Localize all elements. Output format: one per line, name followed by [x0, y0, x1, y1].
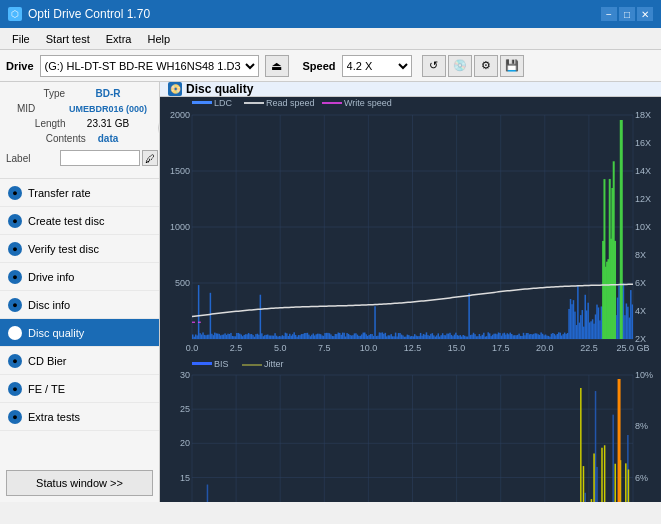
disc-quality-icon: ● [8, 326, 22, 340]
sidebar-item-verify-test-disc[interactable]: ● Verify test disc [0, 235, 159, 263]
disc-type-row: Type BD-R [44, 88, 121, 99]
app-title: Opti Drive Control 1.70 [28, 7, 150, 21]
disc-label-input[interactable] [60, 150, 140, 166]
settings-button[interactable]: ⚙ [474, 55, 498, 77]
disc-header: Type BD-R MID UMEBDR016 (000) Length 23.… [6, 88, 153, 168]
menu-help[interactable]: Help [139, 31, 178, 47]
disc-label-label: Label [6, 153, 58, 164]
disc-type-value: BD-R [96, 88, 121, 99]
title-bar-left: ⬡ Opti Drive Control 1.70 [8, 7, 150, 21]
menu-bar: File Start test Extra Help [0, 28, 661, 50]
disc-mid-row: MID UMEBDR016 (000) [17, 103, 147, 114]
nav-items: ● Transfer rate ● Create test disc ● Ver… [0, 179, 159, 464]
sidebar-item-extra-tests[interactable]: ● Extra tests [0, 403, 159, 431]
transfer-rate-label: Transfer rate [28, 187, 91, 199]
disc-mid-label: MID [17, 103, 69, 114]
cd-bier-label: CD Bier [28, 355, 67, 367]
sidebar-item-disc-info[interactable]: ● Disc info [0, 291, 159, 319]
disc-length-row: Length 23.31 GB [35, 118, 129, 129]
extra-tests-icon: ● [8, 410, 22, 424]
disc-type-label: Type [44, 88, 96, 99]
verify-test-disc-label: Verify test disc [28, 243, 99, 255]
disc-length-label: Length [35, 118, 87, 129]
disc-contents-label: Contents [46, 133, 98, 144]
cd-bier-icon: ● [8, 354, 22, 368]
menu-extra[interactable]: Extra [98, 31, 140, 47]
status-window-label: Status window >> [36, 477, 123, 489]
maximize-button[interactable]: □ [619, 7, 635, 21]
drive-toolbar: ↺ 💿 ⚙ 💾 [422, 55, 524, 77]
disc-mid-value: UMEBDR016 (000) [69, 104, 147, 114]
burn-button[interactable]: 💿 [448, 55, 472, 77]
sidebar-item-fe-te[interactable]: ● FE / TE [0, 375, 159, 403]
eject-button[interactable]: ⏏ [265, 55, 289, 77]
sidebar-item-drive-info[interactable]: ● Drive info [0, 263, 159, 291]
disc-quality-header: 📀 Disc quality [160, 82, 661, 97]
minimize-button[interactable]: − [601, 7, 617, 21]
save-button[interactable]: 💾 [500, 55, 524, 77]
content-area: 📀 Disc quality LDC BIS Jitter [160, 82, 661, 502]
fe-te-label: FE / TE [28, 383, 65, 395]
drive-info-icon: ● [8, 270, 22, 284]
sidebar-item-transfer-rate[interactable]: ● Transfer rate [0, 179, 159, 207]
disc-contents-row: Contents data [46, 133, 119, 144]
sidebar-item-cd-bier[interactable]: ● CD Bier [0, 347, 159, 375]
disc-quality-title: Disc quality [186, 82, 253, 96]
app-icon: ⬡ [8, 7, 22, 21]
fe-te-icon: ● [8, 382, 22, 396]
create-test-disc-icon: ● [8, 214, 22, 228]
sidebar: Type BD-R MID UMEBDR016 (000) Length 23.… [0, 82, 160, 502]
disc-length-value: 23.31 GB [87, 118, 129, 129]
close-button[interactable]: ✕ [637, 7, 653, 21]
window-controls: − □ ✕ [601, 7, 653, 21]
status-window-button[interactable]: Status window >> [6, 470, 153, 496]
drive-info-label: Drive info [28, 271, 74, 283]
speed-select[interactable]: 4.2 X [342, 55, 412, 77]
disc-info-icon: ● [8, 298, 22, 312]
title-bar: ⬡ Opti Drive Control 1.70 − □ ✕ [0, 0, 661, 28]
chart1-canvas [160, 97, 661, 357]
disc-section: Type BD-R MID UMEBDR016 (000) Length 23.… [0, 82, 159, 179]
menu-start-test[interactable]: Start test [38, 31, 98, 47]
speed-label: Speed [303, 60, 336, 72]
drive-label: Drive [6, 60, 34, 72]
main-layout: Type BD-R MID UMEBDR016 (000) Length 23.… [0, 82, 661, 502]
verify-test-disc-icon: ● [8, 242, 22, 256]
disc-quality-label: Disc quality [28, 327, 84, 339]
disc-label-button[interactable]: 🖊 [142, 150, 158, 166]
chart2-canvas [160, 357, 661, 502]
transfer-rate-icon: ● [8, 186, 22, 200]
drive-bar: Drive (G:) HL-DT-ST BD-RE WH16NS48 1.D3 … [0, 50, 661, 82]
disc-label-row: Label 🖊 [6, 150, 158, 166]
disc-contents-value: data [98, 133, 119, 144]
menu-file[interactable]: File [4, 31, 38, 47]
drive-select[interactable]: (G:) HL-DT-ST BD-RE WH16NS48 1.D3 [40, 55, 259, 77]
create-test-disc-label: Create test disc [28, 215, 104, 227]
disc-info: Type BD-R MID UMEBDR016 (000) Length 23.… [6, 88, 158, 166]
sidebar-item-create-test-disc[interactable]: ● Create test disc [0, 207, 159, 235]
extra-tests-label: Extra tests [28, 411, 80, 423]
refresh-button[interactable]: ↺ [422, 55, 446, 77]
disc-quality-header-icon: 📀 [168, 82, 182, 96]
charts-area [160, 97, 661, 502]
sidebar-item-disc-quality[interactable]: ● Disc quality [0, 319, 159, 347]
disc-info-label: Disc info [28, 299, 70, 311]
